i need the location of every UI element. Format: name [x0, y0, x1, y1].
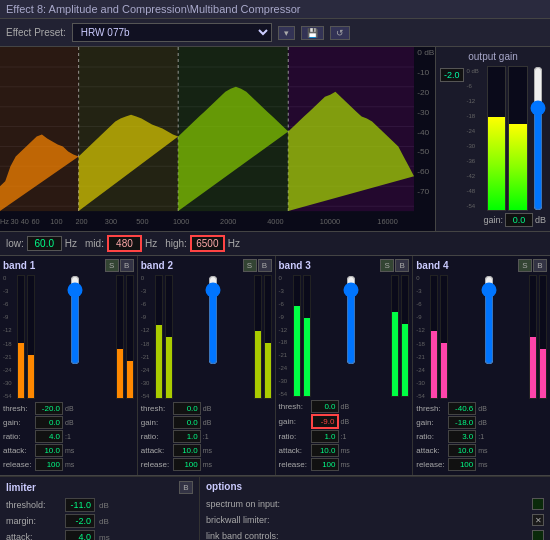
crossover-low: low: 60.0 Hz — [6, 236, 77, 251]
param-release-4[interactable]: 100 — [448, 458, 476, 471]
scale-54db: -54 — [467, 203, 485, 209]
preset-label: Effect Preset: — [6, 27, 66, 38]
limiter-margin-row: margin: -2.0 dB — [6, 514, 193, 528]
band-solo-4[interactable]: S — [518, 259, 532, 272]
param-ratio-3[interactable]: 1.0 — [311, 430, 339, 443]
band-fader-1[interactable] — [68, 275, 82, 365]
crossover-low-value[interactable]: 60.0 — [27, 236, 62, 251]
band-fader-4[interactable] — [482, 275, 496, 365]
band-solo-1[interactable]: S — [105, 259, 119, 272]
svg-text:-10: -10 — [417, 68, 430, 77]
svg-text:-70: -70 — [417, 187, 430, 196]
crossover-mid-value[interactable]: 480 — [107, 235, 142, 252]
band-bypass-3[interactable]: B — [395, 259, 409, 272]
band-meter3-3 — [391, 275, 399, 397]
preset-select[interactable]: HRW 077b — [72, 23, 272, 42]
limiter-threshold-label: threshold: — [6, 500, 61, 510]
svg-text:500: 500 — [136, 218, 148, 226]
param-thresh-3[interactable]: 0.0 — [311, 400, 339, 413]
preset-dropdown-btn[interactable]: ▾ — [278, 26, 295, 40]
svg-text:300: 300 — [105, 218, 117, 226]
option-spectrum-checkbox[interactable] — [532, 498, 544, 510]
scale-30db: -30 — [467, 143, 485, 149]
param-thresh-row-2: thresh: 0.0 dB — [141, 402, 272, 415]
param-gain-row-2: gain: 0.0 dB — [141, 416, 272, 429]
bands-area: band 1 S B 0 -3 -6 -9 -12 -18 -21 -24 -3… — [0, 256, 550, 476]
option-spectrum-label: spectrum on input: — [206, 499, 280, 509]
param-release-3[interactable]: 100 — [311, 458, 339, 471]
option-linkband-checkbox[interactable] — [532, 530, 544, 540]
option-linkband-label: link band controls: — [206, 531, 279, 540]
param-thresh-row-1: thresh: -20.0 dB — [3, 402, 134, 415]
svg-text:-50: -50 — [417, 148, 430, 157]
param-release-row-2: release: 100 ms — [141, 458, 272, 471]
crossover-high-value[interactable]: 6500 — [190, 235, 225, 252]
scale-42db: -42 — [467, 173, 485, 179]
param-gain-1[interactable]: 0.0 — [35, 416, 63, 429]
band-meter3-1 — [116, 275, 124, 399]
param-thresh-2[interactable]: 0.0 — [173, 402, 201, 415]
band-solo-3[interactable]: S — [380, 259, 394, 272]
band-params-1: thresh: -20.0 dB gain: 0.0 dB ratio: 4.0… — [3, 402, 134, 472]
scale-0db: 0 dB — [467, 68, 485, 74]
band-panel-1: band 1 S B 0 -3 -6 -9 -12 -18 -21 -24 -3… — [0, 256, 138, 475]
param-ratio-row-1: ratio: 4.0 :1 — [3, 430, 134, 443]
param-gain-2[interactable]: 0.0 — [173, 416, 201, 429]
svg-text:30 40: 30 40 — [10, 218, 28, 226]
param-ratio-2[interactable]: 1.0 — [173, 430, 201, 443]
scale-12db: -12 — [467, 98, 485, 104]
band-meter1-3 — [293, 275, 301, 397]
band-fader-2[interactable] — [206, 275, 220, 365]
param-gain-3[interactable]: -9.0 — [311, 414, 339, 429]
preset-reset-btn[interactable]: ↺ — [330, 26, 350, 40]
band-bypass-1[interactable]: B — [120, 259, 134, 272]
band-controls-2: 0 -3 -6 -9 -12 -18 -21 -24 -30 -54 — [141, 275, 272, 399]
param-ratio-4[interactable]: 3.0 — [448, 430, 476, 443]
param-ratio-1[interactable]: 4.0 — [35, 430, 63, 443]
spectrum-area[interactable]: 0 dB -10 -20 -30 -40 -50 -60 -70 Hz 30 4… — [0, 47, 435, 231]
param-gain-row-3: gain: -9.0 dB — [279, 414, 410, 429]
limiter-threshold-value[interactable]: -11.0 — [65, 498, 95, 512]
param-gain-4[interactable]: -18.0 — [448, 416, 476, 429]
band-meter4-1 — [126, 275, 134, 399]
band-fader-3[interactable] — [344, 275, 358, 365]
param-attack-1[interactable]: 10.0 — [35, 444, 63, 457]
band-meter1-1 — [17, 275, 25, 399]
param-attack-3[interactable]: 10.0 — [311, 444, 339, 457]
svg-text:-60: -60 — [417, 167, 430, 176]
limiter-margin-value[interactable]: -2.0 — [65, 514, 95, 528]
band-panel-4: band 4 S B 0 -3 -6 -9 -12 -18 -21 -24 -3… — [413, 256, 550, 475]
param-thresh-row-3: thresh: 0.0 dB — [279, 400, 410, 413]
limiter-attack-unit: ms — [99, 533, 110, 541]
band-header-3: band 3 S B — [279, 259, 410, 272]
band-meter1-4 — [430, 275, 438, 399]
gain-value-row: gain: 0.0 dB — [440, 213, 546, 227]
limiter-attack-label: attack: — [6, 532, 61, 540]
band-meter2-4 — [440, 275, 448, 399]
preset-save-btn[interactable]: 💾 — [301, 26, 324, 40]
band-bypass-2[interactable]: B — [258, 259, 272, 272]
param-attack-row-1: attack: 10.0 ms — [3, 444, 134, 457]
param-attack-row-4: attack: 10.0 ms — [416, 444, 547, 457]
output-gain-slider[interactable] — [531, 66, 545, 211]
band-controls-4: 0 -3 -6 -9 -12 -18 -21 -24 -30 -54 — [416, 275, 547, 399]
param-release-1[interactable]: 100 — [35, 458, 63, 471]
band-meter3-4 — [529, 275, 537, 399]
band-bypass-4[interactable]: B — [533, 259, 547, 272]
output-gain-panel: output gain -2.0 0 dB -6 -12 -18 -24 -30… — [435, 47, 550, 231]
param-release-2[interactable]: 100 — [173, 458, 201, 471]
band-meter2-2 — [165, 275, 173, 399]
option-brickwall-checkbox[interactable] — [532, 514, 544, 526]
options-panel: options spectrum on input: brickwall lim… — [200, 477, 550, 540]
param-attack-2[interactable]: 10.0 — [173, 444, 201, 457]
param-attack-4[interactable]: 10.0 — [448, 444, 476, 457]
param-thresh-4[interactable]: -40.6 — [448, 402, 476, 415]
svg-text:-20: -20 — [417, 88, 430, 97]
limiter-bypass-btn[interactable]: B — [179, 481, 193, 494]
param-thresh-1[interactable]: -20.0 — [35, 402, 63, 415]
param-thresh-row-4: thresh: -40.6 dB — [416, 402, 547, 415]
band-solo-2[interactable]: S — [243, 259, 257, 272]
band-title-4: band 4 — [416, 260, 448, 271]
limiter-attack-value[interactable]: 4.0 — [65, 530, 95, 540]
band-meter1-2 — [155, 275, 163, 399]
